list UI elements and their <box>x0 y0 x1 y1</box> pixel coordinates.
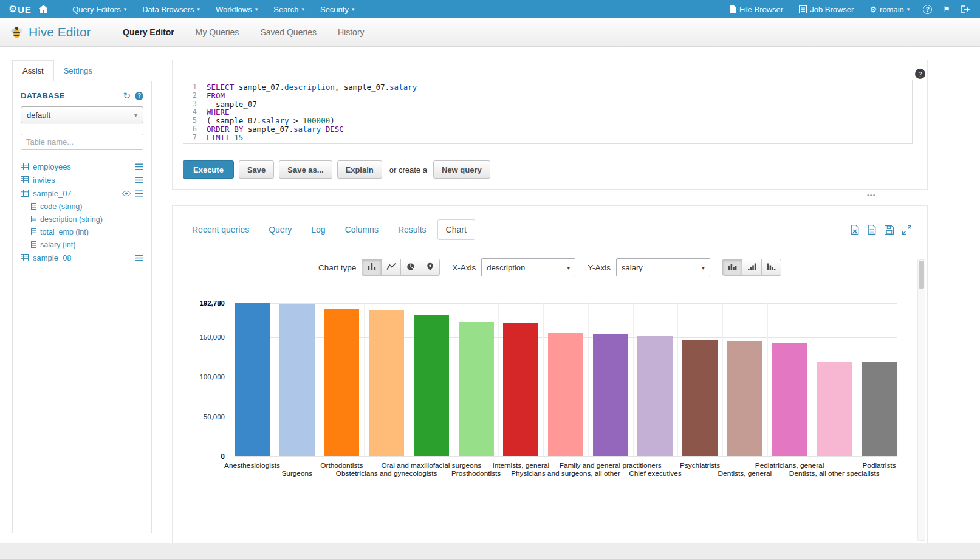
assist-help-icon[interactable]: ? <box>135 92 143 100</box>
caret-down-icon: ▾ <box>567 264 570 271</box>
user-gear-icon: ⚙ <box>869 5 877 13</box>
nav-workflows[interactable]: Workflows▾ <box>208 0 266 18</box>
y-tick-label: 100,000 <box>199 373 225 380</box>
refresh-icon[interactable]: ↻ <box>123 91 131 100</box>
job-browser-link[interactable]: Job Browser <box>791 0 862 18</box>
user-menu[interactable]: ⚙ romain ▾ <box>862 0 917 18</box>
save-button[interactable]: Save <box>239 160 274 179</box>
file-browser-link[interactable]: File Browser <box>722 0 791 18</box>
sql-editor[interactable]: 1234567 SELECT sample_07.description, sa… <box>183 80 913 144</box>
column-row-salary-int[interactable]: salary (int) <box>21 238 143 251</box>
x-tick-label: Internists, general <box>492 461 549 470</box>
chart-bar-internists-general[interactable] <box>503 323 538 456</box>
tab-my-queries[interactable]: My Queries <box>196 27 239 37</box>
y-axis-select[interactable]: salary ▾ <box>616 258 710 276</box>
download-csv-button[interactable] <box>868 225 876 235</box>
tab-settings[interactable]: Settings <box>64 66 92 75</box>
table-menu-icon[interactable] <box>135 255 143 261</box>
code-line: LIMIT 15 <box>207 134 912 142</box>
table-row-invites[interactable]: invites <box>21 173 143 187</box>
chart-bar-oral-and-maxillofacial-surgeons[interactable] <box>414 315 449 456</box>
chart-bar-physicians-and-surgeons-all-other[interactable] <box>548 333 583 456</box>
new-query-button[interactable]: New query <box>433 160 490 179</box>
chart-bar-dentists-general[interactable] <box>727 341 762 456</box>
save-as-button[interactable]: Save as... <box>279 160 332 179</box>
results-tab-results[interactable]: Results <box>389 219 435 240</box>
table-search-input[interactable] <box>21 134 143 150</box>
explain-button[interactable]: Explain <box>337 160 382 179</box>
database-label: DATABASE <box>21 91 65 100</box>
results-tab-query[interactable]: Query <box>260 219 300 240</box>
chart-bar-podiatrists[interactable] <box>862 362 897 456</box>
gridline <box>588 303 589 456</box>
execute-button[interactable]: Execute <box>183 160 234 179</box>
column-row-total-emp-int[interactable]: total_emp (int) <box>21 225 143 238</box>
chart-bar-pediatricians-general[interactable] <box>772 343 807 456</box>
sort-asc-button[interactable] <box>742 259 762 276</box>
results-tab-recent-queries[interactable]: Recent queries <box>183 219 258 240</box>
tab-saved-queries[interactable]: Saved Queries <box>260 27 317 37</box>
chart-bar-chief-executives[interactable] <box>637 336 673 456</box>
database-select[interactable]: default ▾ <box>21 106 143 123</box>
scrollbar[interactable] <box>917 259 925 541</box>
table-row-sample-08[interactable]: sample_08 <box>21 251 143 264</box>
chart-bar-family-and-general-practitioners[interactable] <box>593 334 628 456</box>
sort-none-button[interactable] <box>722 259 742 276</box>
x-tick-label: Obstetricians and gynecologists <box>336 469 437 478</box>
x-tick-label: Chief executives <box>629 469 682 478</box>
hue-logo[interactable]: ⚙ UE <box>9 4 31 15</box>
chart-bar-surgeons[interactable] <box>279 304 315 456</box>
tab-history[interactable]: History <box>338 27 365 37</box>
chart-type-line-button[interactable] <box>381 259 401 276</box>
results-tab-chart[interactable]: Chart <box>437 219 475 240</box>
expand-fullscreen-button[interactable] <box>902 225 911 235</box>
scrollbar-thumb[interactable] <box>919 261 924 289</box>
download-xls-button[interactable] <box>851 225 859 235</box>
table-menu-icon[interactable] <box>135 177 143 183</box>
resize-handle[interactable]: ••• <box>867 191 876 199</box>
table-menu-icon[interactable] <box>135 190 143 197</box>
column-icon <box>31 228 36 235</box>
tab-assist[interactable]: Assist <box>12 60 54 81</box>
save-results-button[interactable] <box>885 225 894 235</box>
chart-type-bars-button[interactable] <box>362 259 382 276</box>
chart-bar-psychiatrists[interactable] <box>682 340 718 456</box>
table-name: employees <box>33 162 71 171</box>
tab-query-editor[interactable]: Query Editor <box>123 27 174 37</box>
results-tab-log[interactable]: Log <box>303 219 334 240</box>
table-row-sample-07[interactable]: sample_07 <box>21 187 143 200</box>
column-row-code-string[interactable]: code (string) <box>21 200 143 213</box>
home-button[interactable] <box>31 0 56 18</box>
feedback-flag-button[interactable]: ⚑ <box>937 0 956 18</box>
chart-bar-prosthodontists[interactable] <box>459 322 494 456</box>
editor-help-icon[interactable]: ? <box>915 69 925 79</box>
results-tab-columns[interactable]: Columns <box>337 219 387 240</box>
column-name: description (string) <box>40 215 103 224</box>
column-row-description-string[interactable]: description (string) <box>21 213 143 225</box>
chart-bar-anesthesiologists[interactable] <box>235 303 270 456</box>
sort-descending-icon <box>767 262 776 273</box>
logout-button[interactable] <box>956 0 975 18</box>
table-row-employees[interactable]: employees <box>21 160 143 173</box>
help-button[interactable]: ? <box>917 0 937 18</box>
nav-query-editors[interactable]: Query Editors▾ <box>64 0 134 18</box>
preview-eye-icon[interactable] <box>122 190 131 197</box>
chart-bar-orthodontists[interactable] <box>324 309 359 456</box>
chart-type-map-button[interactable] <box>420 259 440 276</box>
y-tick-label: 150,000 <box>199 334 225 341</box>
chart-bar-dentists-all-other-specialists[interactable] <box>817 362 852 456</box>
chart-bar-obstetricians-and-gynecologists[interactable] <box>369 310 404 456</box>
chart-type-label: Chart type <box>318 263 356 272</box>
sql-code[interactable]: SELECT sample_07.description, sample_07.… <box>202 80 912 143</box>
table-menu-icon[interactable] <box>135 163 143 170</box>
nav-search[interactable]: Search▾ <box>266 0 312 18</box>
nav-right: File Browser Job Browser ⚙ romain ▾ ? ⚑ <box>722 0 975 18</box>
gridline <box>235 303 897 304</box>
nav-label: Search <box>273 5 298 14</box>
nav-data-browsers[interactable]: Data Browsers▾ <box>134 0 208 18</box>
sort-desc-button[interactable] <box>761 259 781 276</box>
nav-security[interactable]: Security▾ <box>312 0 363 18</box>
x-axis-select[interactable]: description ▾ <box>481 258 575 276</box>
chart-type-pie-button[interactable] <box>400 259 420 276</box>
x-tick-label: Prosthodontists <box>451 469 501 478</box>
